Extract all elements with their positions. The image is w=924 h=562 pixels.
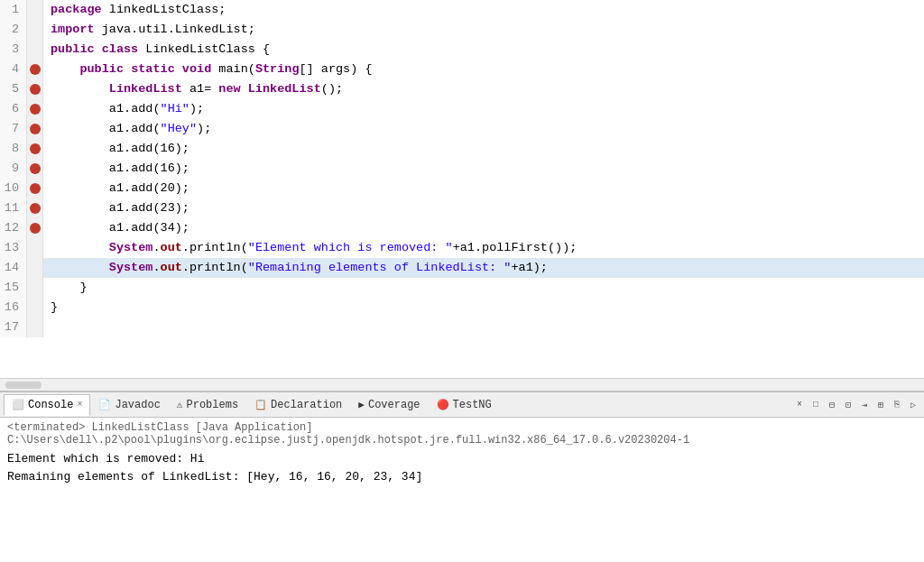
line-gutter-17[interactable] [27,318,43,337]
line-number-4: 4 [0,60,27,79]
code-lines: 1package linkedListClass;2import java.ut… [0,0,924,378]
tab-console[interactable]: ⬜Console× [4,394,90,416]
horizontal-scrollbar[interactable] [5,382,42,389]
line-number-9: 9 [0,159,27,179]
code-line-5: 5 LinkedList a1= new LinkedList(); [0,79,924,99]
line-number-11: 11 [0,198,27,218]
code-line-4: 4 public static void main(String[] args)… [0,60,924,79]
bottom-panel: ⬜Console×📄Javadoc⚠Problems📋Declaration▶C… [0,391,924,562]
line-number-10: 10 [0,179,27,198]
line-content-3: public class LinkedListClass { [43,40,924,60]
console-tab-icon: ⬜ [12,399,24,410]
testng-tab-icon: 🔴 [437,399,449,410]
line-number-8: 8 [0,139,27,159]
code-line-7: 7 a1.add("Hey"); [0,119,924,139]
console-terminated-line: <terminated> LinkedListClass [Java Appli… [7,421,917,447]
javadoc-tab-label: Javadoc [115,399,160,411]
code-line-12: 12 a1.add(34); [0,218,924,238]
line-gutter-1[interactable] [27,0,43,20]
line-content-14: System.out.println("Remaining elements o… [43,258,924,278]
new-console-button[interactable]: ⇥ [857,398,872,412]
tab-testng[interactable]: 🔴TestNG [429,394,500,416]
line-content-15: } [43,278,924,298]
console-output-line: Element which is removed: Hi [7,450,917,468]
coverage-tab-icon: ▶ [358,399,365,410]
line-content-6: a1.add("Hi"); [43,99,924,119]
line-gutter-3[interactable] [27,40,43,60]
code-line-2: 2import java.util.LinkedList; [0,20,924,40]
line-number-17: 17 [0,318,27,337]
console-tab-label: Console [28,399,73,411]
close-console-button[interactable]: × [792,398,807,412]
line-gutter-8[interactable] [27,139,43,159]
line-content-2: import java.util.LinkedList; [43,20,924,40]
line-number-5: 5 [0,79,27,99]
problems-tab-icon: ⚠ [177,399,183,410]
testng-tab-label: TestNG [453,399,492,411]
line-content-8: a1.add(16); [43,139,924,159]
code-line-10: 10 a1.add(20); [0,179,924,198]
line-content-9: a1.add(16); [43,159,924,179]
breakpoint-icon [30,64,41,75]
problems-tab-label: Problems [186,399,238,411]
breakpoint-icon [30,84,41,95]
line-content-1: package linkedListClass; [43,0,924,20]
breakpoint-icon [30,143,41,154]
line-gutter-2[interactable] [27,20,43,40]
line-gutter-9[interactable] [27,159,43,179]
line-gutter-13[interactable] [27,238,43,258]
line-gutter-5[interactable] [27,79,43,99]
coverage-tab-label: Coverage [368,399,420,411]
console-output-line: Remaining elements of LinkedList: [Hey, … [7,468,917,486]
tab-coverage[interactable]: ▶Coverage [350,394,428,416]
line-gutter-12[interactable] [27,218,43,238]
line-gutter-15[interactable] [27,278,43,298]
code-line-16: 16} [0,298,924,318]
code-line-9: 9 a1.add(16); [0,159,924,179]
line-gutter-10[interactable] [27,179,43,198]
breakpoint-icon [30,104,41,115]
line-content-5: LinkedList a1= new LinkedList(); [43,79,924,99]
line-gutter-11[interactable] [27,198,43,218]
console-output: <terminated> LinkedListClass [Java Appli… [0,418,924,562]
display-select-button[interactable]: ⊞ [873,398,888,412]
stack-console-button[interactable]: ⊡ [841,398,855,412]
breakpoint-icon [30,203,41,214]
javadoc-tab-icon: 📄 [98,399,111,410]
line-gutter-14[interactable] [27,258,43,278]
minimize-console-button[interactable]: □ [808,398,823,412]
line-content-12: a1.add(34); [43,218,924,238]
code-line-3: 3public class LinkedListClass { [0,40,924,60]
line-content-4: public static void main(String[] args) { [43,60,924,79]
line-content-10: a1.add(20); [43,179,924,198]
line-number-3: 3 [0,40,27,60]
tab-bar-actions: ×□⊟⊡⇥⊞⎘▷ [792,398,920,412]
tab-problems[interactable]: ⚠Problems [169,394,246,416]
line-content-16: } [43,298,924,318]
breakpoint-icon [30,223,41,234]
pin-console-button[interactable]: ⊟ [825,398,839,412]
copy-console-button[interactable]: ⎘ [890,398,904,412]
line-content-17 [43,318,924,337]
code-line-6: 6 a1.add("Hi"); [0,99,924,119]
console-tab-close[interactable]: × [77,400,82,410]
line-content-11: a1.add(23); [43,198,924,218]
line-gutter-4[interactable] [27,60,43,79]
code-container: 1package linkedListClass;2import java.ut… [0,0,924,378]
editor-scrollbar[interactable] [0,378,924,391]
line-number-1: 1 [0,0,27,20]
code-line-11: 11 a1.add(23); [0,198,924,218]
breakpoint-icon [30,163,41,174]
tab-declaration[interactable]: 📋Declaration [246,394,350,416]
breakpoint-icon [30,183,41,194]
line-gutter-7[interactable] [27,119,43,139]
line-gutter-16[interactable] [27,298,43,318]
code-line-8: 8 a1.add(16); [0,139,924,159]
line-gutter-6[interactable] [27,99,43,119]
editor-area: 1package linkedListClass;2import java.ut… [0,0,924,391]
tab-javadoc[interactable]: 📄Javadoc [90,394,168,416]
breakpoint-icon [30,124,41,134]
code-line-1: 1package linkedListClass; [0,0,924,20]
open-console-button[interactable]: ▷ [906,398,920,412]
line-number-2: 2 [0,20,27,40]
